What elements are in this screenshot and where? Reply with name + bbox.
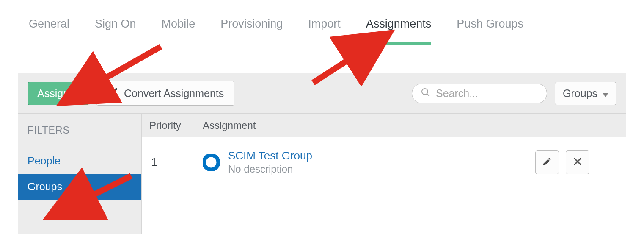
tab-mobile[interactable]: Mobile [162,17,195,45]
svg-point-4 [204,155,218,170]
tab-assignments[interactable]: Assignments [366,17,432,45]
tab-bar: General Sign On Mobile Provisioning Impo… [0,0,644,50]
assign-button[interactable]: Assign [28,82,89,105]
row-actions [525,150,626,174]
row-assignment: SCIM Test Group No description [195,149,525,175]
sidebar-item-groups[interactable]: Groups [18,174,141,200]
tab-general[interactable]: General [29,17,69,45]
column-header-priority: Priority [142,114,195,137]
body-layout: FILTERS People Groups Priority Assignmen… [18,114,626,234]
table-header: Priority Assignment [142,114,626,137]
group-icon [203,154,220,171]
column-header-assignment: Assignment [195,114,525,137]
assign-button-label: Assign [37,87,69,100]
chevron-down-icon [603,87,608,100]
convert-assignments-label: Convert Assignments [124,87,224,100]
group-name-link[interactable]: SCIM Test Group [228,149,312,162]
assignments-table: Priority Assignment 1 SCIM Test Group No… [142,114,626,234]
group-text: SCIM Test Group No description [228,149,312,175]
filters-sidebar: FILTERS People Groups [18,114,142,234]
content-frame: Assign Convert Assignments Groups [18,73,626,234]
sidebar-item-people[interactable]: People [18,148,141,174]
svg-marker-3 [603,93,608,97]
svg-marker-0 [73,93,79,97]
toolbar: Assign Convert Assignments Groups [18,73,626,114]
close-icon [572,156,583,168]
pencil-icon [542,156,552,168]
filters-heading: FILTERS [18,114,141,148]
scope-label: Groups [563,87,597,100]
tab-push-groups[interactable]: Push Groups [457,17,523,45]
tab-sign-on[interactable]: Sign On [95,17,136,45]
chevron-down-icon [73,87,79,100]
tab-provisioning[interactable]: Provisioning [220,17,283,45]
search-wrap [412,84,547,103]
convert-assignments-button[interactable]: Convert Assignments [96,81,234,106]
row-priority: 1 [142,156,195,169]
search-input[interactable] [436,87,538,100]
table-row: 1 SCIM Test Group No description [142,137,626,187]
search-icon [421,87,431,99]
svg-line-2 [427,94,429,96]
edit-button[interactable] [535,150,559,174]
group-description: No description [228,163,312,175]
svg-point-1 [422,89,428,95]
tab-import[interactable]: Import [308,17,341,45]
column-header-actions [525,114,626,137]
remove-button[interactable] [566,150,589,174]
scope-dropdown[interactable]: Groups [555,82,616,105]
wrench-icon [107,86,118,100]
